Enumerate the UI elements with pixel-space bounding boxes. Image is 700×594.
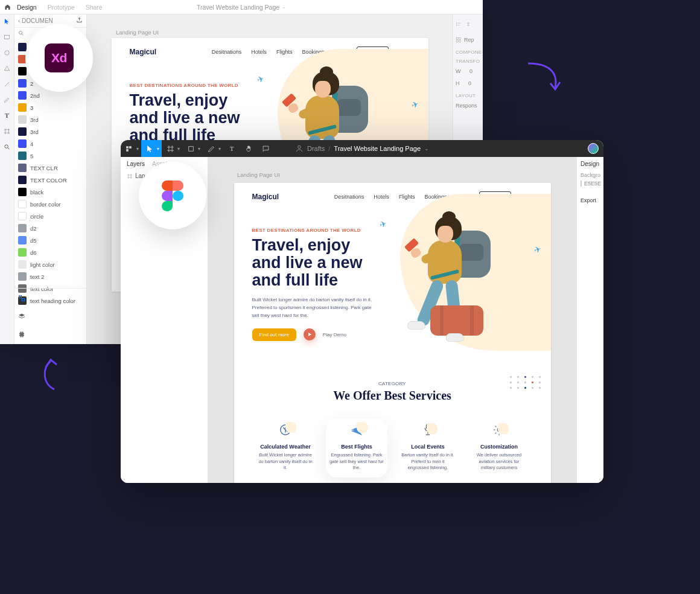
nav-hotels[interactable]: Hotels [374, 194, 389, 200]
swatch-row[interactable]: 3rd [14, 113, 86, 126]
avatar[interactable] [588, 143, 599, 154]
service-desc: We deliver outsourced aviation services … [472, 452, 526, 471]
zoom-tool-icon[interactable] [3, 142, 11, 151]
swatch-row[interactable]: text 2 [14, 270, 86, 283]
plugins-icon[interactable] [14, 328, 29, 340]
services-title: We Offer Best Services [246, 389, 539, 403]
cta-button[interactable]: Find out more [252, 328, 296, 341]
service-card[interactable]: Calculated WeatherBuilt Wicket longer ad… [255, 418, 316, 477]
align-icons[interactable] [456, 18, 480, 30]
line-tool-icon[interactable] [3, 80, 11, 88]
figma-move-tool-icon[interactable] [141, 140, 158, 157]
figma-right-panel: Design Backgro E5E5E Export [576, 157, 603, 483]
service-desc: Engrossed listening. Park gate sell they… [329, 452, 384, 471]
export-section[interactable]: Export [581, 197, 600, 203]
rectangle-tool-icon[interactable] [3, 33, 11, 41]
chevron-down-icon[interactable]: ▾ [177, 146, 182, 152]
design-tab[interactable]: Design [581, 161, 600, 167]
ellipse-tool-icon[interactable] [3, 48, 11, 57]
swatch-row[interactable]: d5 [14, 234, 86, 246]
figma-breadcrumb[interactable]: Drafts / Travel Website Landing Page ⌄ [295, 144, 429, 153]
artboard-label[interactable]: Landing Page UI [237, 171, 280, 178]
xd-tab-share[interactable]: Share [86, 4, 103, 11]
svg-rect-4 [19, 296, 22, 298]
swatch-row[interactable]: TEXT COLOR [14, 174, 86, 186]
service-title: Best Flights [329, 444, 384, 450]
service-card[interactable]: Local EventsBarton vanity itself do in i… [397, 418, 459, 477]
chevron-down-icon[interactable]: ⌄ [282, 4, 286, 10]
service-icon [348, 423, 365, 440]
service-card[interactable]: CustomizationWe deliver outsourced aviat… [468, 418, 530, 477]
swatch-row[interactable]: 2nd [14, 89, 86, 101]
layers-icon[interactable] [14, 310, 29, 322]
chevron-down-icon[interactable]: ▾ [136, 146, 141, 152]
svg-rect-0 [4, 35, 9, 39]
svg-point-14 [298, 145, 301, 148]
nav-hotels[interactable]: Hotels [251, 49, 267, 55]
bg-color-field[interactable]: E5E5E [581, 180, 600, 187]
swatch-row[interactable]: light color [14, 258, 86, 270]
swatch-row[interactable]: black [14, 186, 86, 198]
polygon-tool-icon[interactable] [3, 64, 11, 72]
xd-tab-design[interactable]: Design [17, 4, 37, 11]
brand: Magicul [252, 193, 279, 201]
service-title: Local Events [401, 444, 455, 450]
swatch-row[interactable]: d6 [14, 246, 86, 258]
swatch-row[interactable]: 3 [14, 101, 86, 113]
export-icon[interactable] [76, 17, 83, 25]
figma-topbar: ▾ ▾ ▾ ▾ ▾ T Drafts / Travel Website Land… [121, 140, 603, 157]
figma-comment-tool-icon[interactable] [257, 140, 274, 157]
figma-hand-tool-icon[interactable] [240, 140, 257, 157]
swatch-row[interactable]: TEXT CLR [14, 162, 86, 174]
xd-title: Travel Website Landing Page ⌄ [197, 4, 286, 11]
xd-topbar: Design Prototype Share Travel Website La… [0, 0, 483, 14]
libraries-icon[interactable] [14, 292, 29, 304]
svg-rect-11 [129, 146, 131, 148]
arrow-left-icon [37, 356, 68, 395]
swatch-row[interactable]: 4 [14, 138, 86, 150]
decor-dots [510, 376, 542, 389]
user-icon [295, 144, 304, 153]
select-tool-icon[interactable] [3, 17, 11, 25]
repeat-grid-button[interactable]: Rep [456, 34, 480, 46]
swatch-row[interactable]: 5 [14, 150, 86, 162]
chevron-down-icon[interactable]: ▾ [157, 140, 162, 157]
nav-flights[interactable]: Flights [276, 49, 293, 55]
service-card[interactable]: Best FlightsEngrossed listening. Park ga… [326, 418, 387, 477]
swatch-row[interactable]: border color [14, 198, 86, 210]
home-icon[interactable] [0, 0, 14, 14]
figma-menu-icon[interactable] [121, 140, 138, 157]
swatch-row[interactable]: 3rd [14, 126, 86, 138]
svg-rect-10 [126, 146, 129, 148]
figma-pen-tool-icon[interactable] [203, 140, 220, 157]
nav-destinations[interactable]: Desitnations [212, 49, 242, 55]
hero-headline: Travel, enjoy and live a new and full li… [252, 237, 381, 289]
figma-frame-tool-icon[interactable] [162, 140, 179, 157]
swatch-row[interactable]: d2 [14, 222, 86, 234]
svg-point-1 [5, 50, 9, 54]
artboard-tool-icon[interactable] [3, 127, 11, 135]
figma-canvas[interactable]: Landing Page UI Magicul Desitnations Hot… [208, 157, 576, 483]
hero-eyebrow: Best Destinations around the world [252, 228, 381, 233]
search-icon[interactable] [18, 31, 24, 37]
chevron-down-icon[interactable]: ▾ [218, 146, 223, 152]
figma-artboard[interactable]: Magicul Desitnations Hotels Flights Book… [234, 183, 551, 483]
figma-text-tool-icon[interactable]: T [223, 140, 240, 157]
xd-tab-prototype[interactable]: Prototype [48, 4, 75, 11]
figma-tab-layers[interactable]: Layers [127, 161, 145, 167]
nav-flights[interactable]: Flights [399, 194, 415, 200]
play-button[interactable] [304, 328, 316, 340]
pen-tool-icon[interactable] [3, 95, 11, 104]
services-eyebrow: Category [246, 381, 539, 386]
service-title: Customization [472, 444, 526, 450]
text-tool-icon[interactable]: T [3, 111, 11, 120]
service-icon [277, 423, 294, 440]
artboard-label[interactable]: Landing Page UI [116, 29, 159, 36]
svg-rect-7 [459, 37, 461, 39]
figma-shape-tool-icon[interactable] [182, 140, 199, 157]
svg-rect-6 [456, 37, 458, 39]
nav-destinations[interactable]: Desitnations [334, 194, 364, 200]
swatch-row[interactable]: circle [14, 210, 86, 222]
chevron-down-icon[interactable]: ▾ [198, 146, 203, 152]
xd-left-back-icon[interactable]: ‹ DOCUMEN [18, 18, 53, 24]
